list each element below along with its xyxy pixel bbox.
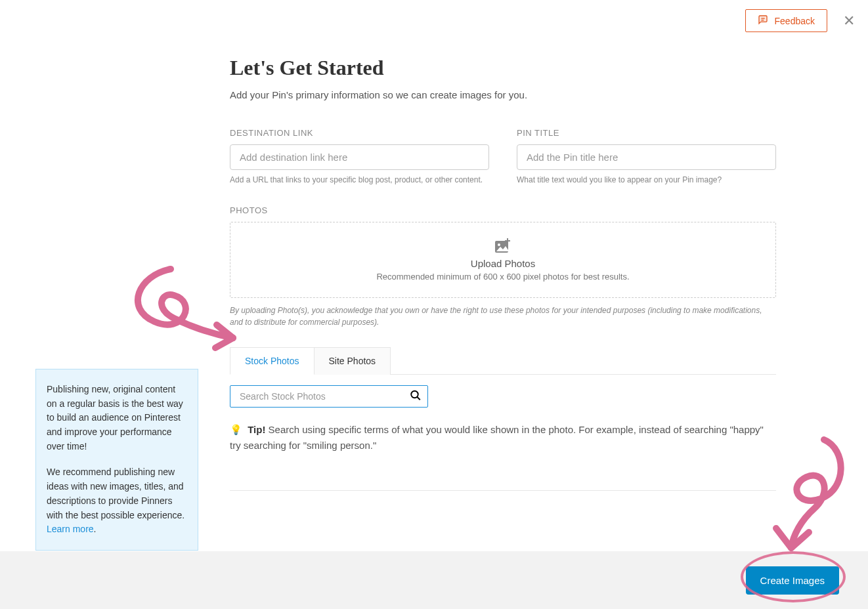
- lightbulb-icon: 💡: [230, 424, 242, 435]
- section-divider: [230, 490, 776, 491]
- destination-link-input[interactable]: [230, 144, 489, 170]
- feedback-label: Feedback: [775, 16, 815, 26]
- close-icon[interactable]: ✕: [843, 14, 855, 28]
- page-subtitle: Add your Pin's primary information so we…: [230, 89, 776, 100]
- pin-title-input[interactable]: [517, 144, 776, 170]
- chat-icon: [758, 14, 768, 27]
- destination-link-label: DESTINATION LINK: [230, 128, 489, 138]
- tab-stock-photos[interactable]: Stock Photos: [230, 347, 315, 375]
- search-button[interactable]: [408, 388, 423, 405]
- svg-point-3: [498, 243, 500, 246]
- feedback-button[interactable]: Feedback: [745, 9, 827, 32]
- tip-body: Search using specific terms of what you …: [230, 424, 764, 451]
- tip-text: 💡 Tip! Search using specific terms of wh…: [230, 422, 776, 453]
- upload-image-icon: [246, 238, 760, 254]
- photos-label: PHOTOS: [230, 205, 776, 215]
- footer-bar: Create Images: [0, 551, 868, 609]
- learn-more-link[interactable]: Learn more: [47, 524, 94, 534]
- upload-title: Upload Photos: [246, 258, 760, 269]
- pin-title-label: PIN TITLE: [517, 128, 776, 138]
- svg-rect-5: [505, 240, 510, 242]
- pin-title-helper: What title text would you like to appear…: [517, 175, 776, 184]
- tip-label: Tip!: [248, 424, 265, 435]
- page-title: Let's Get Started: [230, 56, 776, 80]
- tab-site-photos[interactable]: Site Photos: [315, 347, 391, 375]
- upload-photos-box[interactable]: Upload Photos Recommended minimum of 600…: [230, 222, 776, 298]
- svg-point-6: [411, 391, 418, 398]
- sidebar-tip-p1: Publishing new, original content on a re…: [47, 383, 187, 453]
- destination-link-helper: Add a URL that links to your specific bl…: [230, 175, 489, 184]
- create-images-button[interactable]: Create Images: [746, 566, 839, 595]
- search-icon: [410, 394, 422, 404]
- upload-subtitle: Recommended minimum of 600 x 600 pixel p…: [246, 272, 760, 282]
- search-input[interactable]: [230, 385, 428, 408]
- svg-line-7: [417, 397, 420, 400]
- upload-disclaimer: By uploading Photo(s), you acknowledge t…: [230, 304, 776, 328]
- sidebar-tip-p2: We recommend publishing new ideas with n…: [47, 465, 187, 536]
- sidebar-tip-box: Publishing new, original content on a re…: [35, 369, 198, 551]
